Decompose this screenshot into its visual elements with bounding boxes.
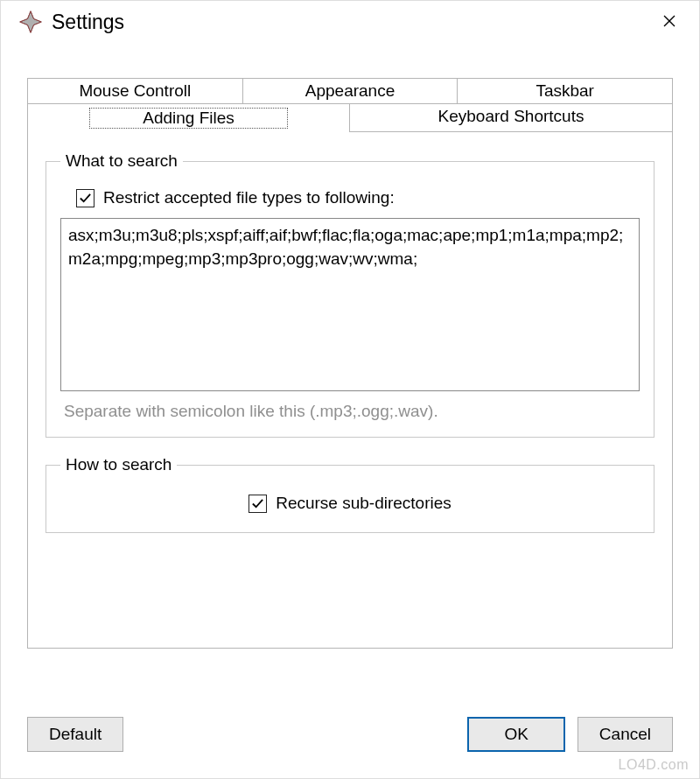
settings-window: Settings Mouse Controll Appearance Taskb… xyxy=(0,0,700,779)
tab-appearance[interactable]: Appearance xyxy=(243,78,458,104)
close-button[interactable] xyxy=(650,4,689,39)
content-area: Mouse Controll Appearance Taskbar Adding… xyxy=(1,43,699,659)
restrict-filetypes-checkbox[interactable] xyxy=(76,189,94,207)
tab-strip: Mouse Controll Appearance Taskbar Adding… xyxy=(27,78,673,649)
check-icon xyxy=(251,497,264,510)
tab-keyboard-shortcuts[interactable]: Keyboard Shortcuts xyxy=(350,103,673,132)
group-how-legend: How to search xyxy=(60,455,177,474)
close-icon xyxy=(663,13,676,32)
tab-panel-adding-files: What to search Restrict accepted file ty… xyxy=(27,132,673,649)
tab-mouse-control[interactable]: Mouse Controll xyxy=(27,78,243,104)
app-icon xyxy=(18,10,43,34)
tab-taskbar[interactable]: Taskbar xyxy=(458,78,673,104)
group-what-legend: What to search xyxy=(60,151,183,171)
check-icon xyxy=(79,192,92,205)
group-what-to-search: What to search Restrict accepted file ty… xyxy=(46,151,654,438)
recurse-subdirs-checkbox[interactable] xyxy=(248,495,267,513)
filetypes-input[interactable] xyxy=(60,218,640,391)
tab-adding-files-label: Adding Files xyxy=(89,108,288,129)
restrict-filetypes-label: Restrict accepted file types to followin… xyxy=(103,188,395,207)
button-row: Default OK Cancel xyxy=(27,717,673,752)
watermark: LO4D.com xyxy=(619,757,689,773)
cancel-button[interactable]: Cancel xyxy=(578,717,673,752)
recurse-subdirs-label: Recurse sub-directories xyxy=(276,494,452,513)
group-how-to-search: How to search Recurse sub-directories xyxy=(46,455,654,533)
window-title: Settings xyxy=(52,11,650,34)
ok-button[interactable]: OK xyxy=(467,717,564,752)
tab-adding-files[interactable]: Adding Files xyxy=(27,103,350,132)
svg-marker-0 xyxy=(20,11,42,33)
titlebar: Settings xyxy=(1,1,699,43)
default-button[interactable]: Default xyxy=(27,717,123,752)
filetypes-hint: Separate with semicolon like this (.mp3;… xyxy=(60,402,640,421)
